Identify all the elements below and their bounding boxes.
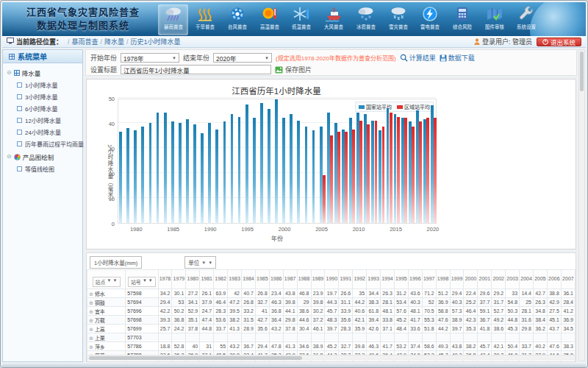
- column-header-year[interactable]: 1996: [408, 270, 422, 289]
- expand-row-icon[interactable]: ⊕: [89, 318, 93, 323]
- sidebar-group-产品图绘制[interactable]: ⊖产品图绘制: [5, 151, 80, 163]
- sidebar-item-12小时降水量[interactable]: 12小时降水量: [5, 114, 80, 126]
- vertical-scroll-thumb[interactable]: [580, 52, 584, 91]
- end-year-select[interactable]: 2020年▼: [213, 53, 272, 63]
- column-header-year[interactable]: 2003: [506, 270, 520, 289]
- column-header-year[interactable]: 1992: [353, 270, 367, 289]
- expand-row-icon[interactable]: ⊕: [89, 344, 93, 350]
- value-cell: 39.8: [353, 342, 367, 351]
- station-name-cell[interactable]: ⊕修水: [87, 289, 126, 298]
- value-cell: 22.4: [464, 289, 478, 298]
- nav-item-高温普查[interactable]: 高温普查: [254, 4, 284, 35]
- column-header-year[interactable]: 1979: [172, 270, 186, 289]
- checkbox-icon[interactable]: [17, 82, 22, 88]
- x-axis-tick: 1985: [162, 226, 184, 233]
- vertical-scrollbar[interactable]: [578, 49, 585, 361]
- station-name-cell[interactable]: ⊕宜丰: [87, 307, 126, 316]
- expand-row-icon[interactable]: ⊕: [89, 291, 93, 297]
- column-header-year[interactable]: 1994: [381, 270, 395, 289]
- station-name-cell[interactable]: ⊕萍乡: [87, 342, 126, 351]
- column-header-year[interactable]: 1998: [436, 270, 450, 289]
- column-header-year[interactable]: 2001: [478, 270, 492, 289]
- download-button[interactable]: 数据下载: [440, 53, 475, 63]
- column-header-year[interactable]: 1978: [158, 270, 172, 289]
- save-image-button[interactable]: 保存图片: [275, 65, 312, 74]
- breadcrumb-item[interactable]: 降水量: [104, 38, 124, 46]
- column-header-year[interactable]: 1985: [255, 270, 269, 289]
- column-header-year[interactable]: 1991: [339, 270, 353, 289]
- sidebar-item-24小时降水量[interactable]: 24小时降水量: [5, 126, 80, 138]
- column-header-year[interactable]: 2006: [547, 270, 561, 289]
- value-cell: [367, 333, 381, 342]
- value-cell: 33.7: [520, 342, 534, 351]
- column-header-year[interactable]: 1993: [367, 270, 381, 289]
- breadcrumb-item[interactable]: 暴雨普查: [72, 38, 98, 46]
- checkbox-icon[interactable]: [17, 166, 22, 171]
- sidebar-item-6小时降水量[interactable]: 6小时降水量: [5, 102, 80, 114]
- column-header-year[interactable]: 1980: [186, 270, 200, 289]
- checkbox-icon[interactable]: [17, 130, 22, 135]
- column-header-year[interactable]: 1982: [214, 270, 228, 289]
- tree-expander-icon[interactable]: ⊖: [7, 154, 12, 160]
- nav-item-雪灾普查[interactable]: 雪灾普查: [383, 4, 413, 35]
- column-header-year[interactable]: 1986: [269, 270, 283, 289]
- station-name-cell[interactable]: ⊕上栗: [87, 333, 126, 342]
- column-header-year[interactable]: 2007: [561, 270, 575, 289]
- column-header-year[interactable]: 2004: [520, 270, 534, 289]
- column-header-year[interactable]: 2005: [534, 270, 548, 289]
- checkbox-icon[interactable]: [17, 94, 22, 99]
- nav-item-综合风险[interactable]: 综合风险: [447, 4, 477, 35]
- column-header-year[interactable]: 1999: [450, 270, 464, 289]
- unit-filter-select[interactable]: 单位 ▼ ▼: [184, 256, 216, 269]
- nav-item-图件审核[interactable]: 图件审核: [479, 4, 509, 35]
- calculate-button[interactable]: 计算结果: [400, 53, 436, 63]
- station-name-cell[interactable]: ⊕铜鼓: [87, 298, 126, 307]
- nav-item-暴雨普查[interactable]: 暴雨普查: [158, 4, 188, 35]
- expand-row-icon[interactable]: ⊕: [89, 336, 93, 341]
- tree-expander-icon[interactable]: ⊖: [7, 70, 12, 76]
- sidebar-group-降水量[interactable]: ⊖降水量: [5, 67, 80, 79]
- column-header-year[interactable]: 1995: [394, 270, 408, 289]
- sidebar-item-1小时降水量[interactable]: 1小时降水量: [5, 79, 80, 91]
- bar-national: [268, 109, 270, 223]
- chart-title-input[interactable]: [121, 65, 271, 74]
- checkbox-icon[interactable]: [17, 118, 22, 123]
- logout-button[interactable]: 退出系统: [537, 38, 581, 46]
- column-header-station-id[interactable]: 站号 ▼▼: [126, 270, 158, 289]
- nav-item-冰雹普查[interactable]: 冰雹普查: [351, 4, 381, 35]
- expand-row-icon[interactable]: ⊕: [89, 309, 93, 314]
- column-header-year[interactable]: 1981: [200, 270, 214, 289]
- expand-row-icon[interactable]: ⊕: [89, 362, 93, 363]
- value-cell: 42: [228, 289, 242, 298]
- sidebar-item-历年暴雨过程平均雨量[interactable]: 历年暴雨过程平均雨量: [5, 138, 80, 149]
- column-header-year[interactable]: 2000: [464, 270, 478, 289]
- sidebar-item-3小时降水量[interactable]: 3小时降水量: [5, 91, 80, 102]
- start-year-select[interactable]: 1978年▼: [121, 53, 179, 63]
- nav-item-台风普查[interactable]: 台风普查: [222, 4, 252, 35]
- column-header-year[interactable]: 1989: [311, 270, 325, 289]
- nav-item-干旱普查[interactable]: 干旱普查: [190, 4, 220, 35]
- checkbox-icon[interactable]: [17, 141, 22, 146]
- column-header-year[interactable]: 1988: [297, 270, 311, 289]
- column-header-year[interactable]: 1990: [325, 270, 339, 289]
- nav-item-低温普查[interactable]: 低温普查: [287, 4, 317, 35]
- column-header-year[interactable]: 2002: [492, 270, 506, 289]
- nav-item-系统设置[interactable]: 系统设置: [512, 4, 542, 35]
- horizontal-scroll-thumb[interactable]: [89, 356, 302, 360]
- station-name-cell[interactable]: ⊕上高: [87, 325, 126, 333]
- horizontal-scrollbar[interactable]: [87, 355, 575, 361]
- column-header-year[interactable]: 1983: [228, 270, 242, 289]
- column-header-year[interactable]: 1997: [422, 270, 436, 289]
- column-header-year[interactable]: 1984: [241, 270, 255, 289]
- nav-item-雷电普查[interactable]: 雷电普查: [415, 4, 445, 35]
- nav-item-大风普查[interactable]: 大风普查: [319, 4, 349, 35]
- breadcrumb-item[interactable]: 历史1小时降水量: [131, 38, 181, 46]
- station-name-cell[interactable]: ⊕万载: [87, 316, 126, 325]
- column-header-year[interactable]: 1987: [283, 270, 297, 289]
- expand-row-icon[interactable]: ⊕: [89, 300, 93, 305]
- expand-row-icon[interactable]: ⊕: [89, 327, 93, 332]
- bar-national: [126, 128, 129, 223]
- sidebar-item-等值线绘图[interactable]: 等值线绘图: [5, 163, 80, 174]
- checkbox-icon[interactable]: [17, 106, 22, 111]
- column-header-station[interactable]: 站点 ▼▼: [87, 270, 126, 289]
